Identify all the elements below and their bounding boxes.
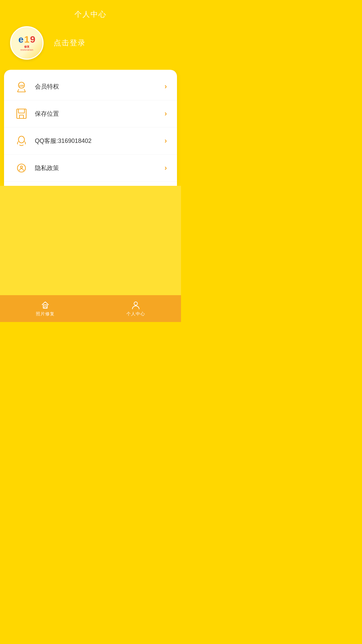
- menu-label-vip: 会员特权: [35, 83, 165, 91]
- tab-personal-center[interactable]: 个人中心: [90, 300, 181, 317]
- app-logo: e 1 9 修复 restoration: [10, 26, 44, 60]
- tab-photo-repair[interactable]: 照片修复: [0, 300, 90, 317]
- svg-rect-22: [44, 307, 46, 308]
- page-title: 个人中心: [74, 9, 107, 19]
- menu-label-privacy: 隐私政策: [35, 164, 165, 172]
- scrollable-body: VIP 会员特权 › 保存位置: [0, 70, 181, 295]
- tab-personal-label: 个人中心: [126, 311, 145, 317]
- menu-label-save: 保存位置: [35, 110, 165, 118]
- profile-section: e 1 9 修复 restoration 点击登录: [0, 26, 181, 70]
- logo-number-1: 1: [24, 35, 29, 44]
- logo-sub-text: 修复: [24, 45, 30, 49]
- svg-line-2: [17, 89, 19, 92]
- tab-photo-repair-label: 照片修复: [36, 311, 55, 317]
- privacy-icon: [14, 161, 29, 175]
- svg-point-10: [20, 166, 22, 168]
- menu-card: VIP 会员特权 › 保存位置: [4, 70, 177, 186]
- logo-restoration-text: restoration: [20, 49, 34, 51]
- arrow-save: ›: [165, 109, 167, 118]
- svg-text:VIP: VIP: [19, 84, 24, 88]
- arrow-vip: ›: [165, 82, 167, 91]
- logo-number-9: 9: [30, 35, 36, 44]
- arrow-qq: ›: [165, 137, 167, 145]
- svg-rect-6: [18, 109, 24, 113]
- menu-item-save-location[interactable]: 保存位置 ›: [4, 100, 177, 127]
- yellow-filler: [0, 186, 181, 295]
- menu-item-agreement[interactable]: 用户协议 ›: [4, 182, 177, 186]
- svg-rect-7: [19, 115, 23, 118]
- menu-item-vip[interactable]: VIP 会员特权 ›: [4, 73, 177, 100]
- bottom-nav: 照片修复 个人中心: [0, 295, 181, 322]
- arrow-privacy: ›: [165, 164, 167, 172]
- person-icon: [131, 300, 140, 310]
- menu-label-qq: QQ客服:3169018402: [35, 137, 165, 145]
- vip-icon: VIP: [14, 79, 29, 94]
- app-root: 个人中心 e 1 9 修复 restoration 点击登录: [0, 0, 181, 322]
- svg-point-8: [18, 136, 24, 143]
- home-icon: [41, 300, 50, 310]
- qq-icon: [14, 133, 29, 148]
- header-area: 个人中心 e 1 9 修复 restoration 点击登录: [0, 0, 181, 70]
- menu-item-privacy[interactable]: 隐私政策 ›: [4, 155, 177, 182]
- svg-line-3: [24, 89, 25, 92]
- login-button[interactable]: 点击登录: [54, 38, 86, 48]
- logo-letter-e: e: [18, 35, 24, 44]
- menu-item-qq[interactable]: QQ客服:3169018402 ›: [4, 127, 177, 155]
- svg-point-23: [134, 302, 137, 305]
- save-icon: [14, 106, 29, 121]
